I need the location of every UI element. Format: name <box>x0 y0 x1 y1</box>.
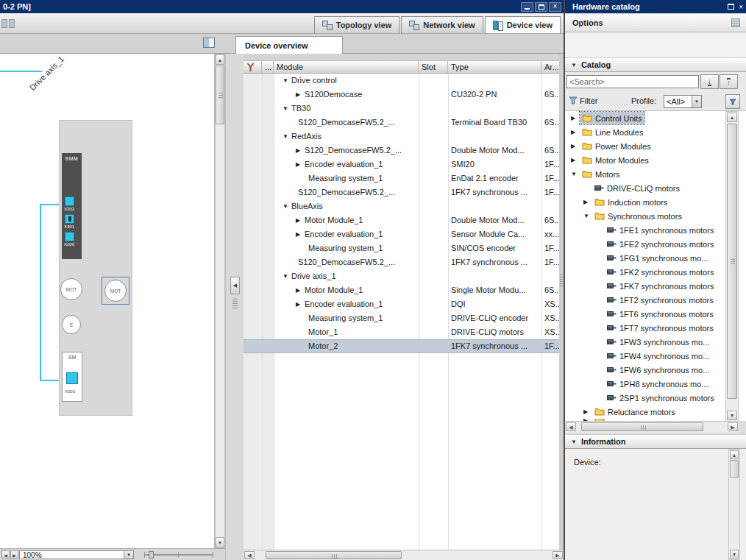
scroll-up-button[interactable]: ▲ <box>730 450 739 459</box>
catalog-vertical-scrollbar[interactable]: ▲ ▼ <box>725 111 739 421</box>
table-row[interactable]: Motor_1 DRIVE-CLiQ motors XS... <box>244 325 559 339</box>
catalog-tree-item[interactable]: Power Modules <box>565 139 725 153</box>
catalog-tree-item[interactable]: 1FG1 synchronous mo... <box>565 251 725 265</box>
options-icon[interactable] <box>731 18 740 27</box>
catalog-tree-item[interactable]: Control Units <box>565 111 725 125</box>
chevron-down-icon[interactable]: ▼ <box>571 439 577 445</box>
expand-arrow[interactable] <box>583 199 592 205</box>
catalog-horizontal-scrollbar[interactable]: ◀ ▶ <box>565 421 739 433</box>
encoder-connector[interactable]: E <box>62 315 81 334</box>
expand-arrow[interactable] <box>283 74 291 88</box>
information-vertical-scrollbar[interactable]: ▲ ▼ <box>728 449 740 560</box>
expand-arrow[interactable] <box>296 227 305 241</box>
port-x200[interactable] <box>65 232 74 241</box>
scrollbar-thumb[interactable] <box>216 65 224 124</box>
view-tab[interactable]: Topology view <box>314 16 400 33</box>
expand-arrow[interactable] <box>296 283 305 297</box>
catalog-tree-item[interactable]: 1FT2 synchronous motors <box>565 293 725 307</box>
catalog-tree-item[interactable]: 1FT7 synchronous motors <box>565 321 725 335</box>
catalog-section-header[interactable]: ▼ Catalog <box>565 57 746 72</box>
catalog-tree-item[interactable]: 1PH8 synchronous mo... <box>565 377 725 391</box>
view-tab[interactable]: Device view <box>485 16 561 33</box>
table-row[interactable]: S120_DemocaseFW5.2_... Terminal Board TB… <box>244 116 559 130</box>
column-header-dots[interactable]: ... <box>262 61 274 73</box>
close-button[interactable]: × <box>549 2 561 12</box>
catalog-tree-item[interactable]: 1FW6 synchronous mo... <box>565 363 725 377</box>
column-header-module[interactable]: Module <box>274 61 419 73</box>
table-row[interactable]: Motor Module_1 Double Motor Mod... 6S... <box>244 213 559 227</box>
view-tab[interactable]: Network view <box>401 16 483 33</box>
table-row[interactable]: S120_DemocaseFW5.2_... Double Motor Mod.… <box>244 143 559 157</box>
table-row[interactable]: Encoder evaluation_1 SMI20 1F... <box>244 157 559 171</box>
catalog-tree-item[interactable]: 1FT6 synchronous motors <box>565 307 725 321</box>
column-header-article[interactable]: Ar... <box>541 61 559 73</box>
toolbar-icon[interactable] <box>1 19 7 28</box>
float-panel-icon[interactable] <box>728 4 734 10</box>
scrollbar-thumb[interactable] <box>730 460 739 478</box>
port-x500[interactable] <box>66 372 78 384</box>
catalog-tree-item[interactable]: 1FE1 synchronous motors <box>565 223 725 237</box>
scroll-left-button[interactable]: ◀ <box>566 422 576 431</box>
catalog-tree-item[interactable]: Induction motors <box>565 195 725 209</box>
motor-connector-2[interactable]: MOT <box>104 280 127 302</box>
chevron-down-icon[interactable]: ▼ <box>692 96 701 107</box>
zoom-select[interactable]: 100% ▼ <box>19 550 134 559</box>
expand-arrow[interactable] <box>296 213 305 227</box>
scroll-right-button[interactable]: ▶ <box>728 422 738 431</box>
expand-arrow[interactable] <box>296 88 305 102</box>
information-section-header[interactable]: ▼ Information <box>565 434 746 449</box>
table-row[interactable]: Measuring system_1 SIN/COS encoder 1F... <box>244 241 559 255</box>
expand-arrow[interactable] <box>583 213 592 219</box>
expand-arrow[interactable] <box>296 143 305 157</box>
splitter-grip[interactable] <box>232 299 238 309</box>
port-x201[interactable] <box>65 214 74 224</box>
scrollbar-thumb[interactable] <box>266 551 402 559</box>
catalog-tree-item[interactable]: 1FW4 synchronous mo... <box>565 349 725 363</box>
window-titlebar[interactable]: 0-2 PN] × <box>0 0 564 13</box>
scroll-up-button[interactable]: ▲ <box>727 113 737 122</box>
catalog-tree-item[interactable]: Motors <box>565 167 725 181</box>
tab-device-overview[interactable]: Device overview <box>235 36 343 54</box>
chevron-down-icon[interactable]: ▼ <box>124 551 133 559</box>
table-row[interactable]: S120_DemocaseFW5.2_... 1FK7 synchronous … <box>244 255 559 269</box>
options-bar[interactable]: Options <box>565 14 746 32</box>
minimize-button[interactable] <box>521 2 533 12</box>
catalog-tree-item[interactable]: Reluctance motors <box>565 405 725 419</box>
table-row[interactable]: RedAxis <box>244 130 559 143</box>
expand-arrow[interactable] <box>296 297 305 311</box>
catalog-tree-item[interactable]: 1FW3 synchronous mo... <box>565 335 725 349</box>
maximize-button[interactable] <box>535 2 547 12</box>
hardware-catalog-titlebar[interactable]: Hardware catalog × <box>565 0 746 13</box>
expand-arrow[interactable] <box>571 115 580 121</box>
column-header-status[interactable] <box>244 61 262 73</box>
scroll-left-button[interactable]: ◀ <box>1 550 10 559</box>
search-input[interactable] <box>566 75 699 88</box>
find-next-button[interactable]: ↓ <box>700 74 719 89</box>
expand-arrow[interactable] <box>571 129 580 135</box>
table-row[interactable]: TB30 <box>244 102 559 116</box>
scroll-up-button[interactable]: ▲ <box>216 54 224 65</box>
catalog-tree-item[interactable]: 2SP1 synchronous motors <box>565 391 725 405</box>
catalog-tree-item[interactable]: Line Modules <box>565 125 725 139</box>
catalog-tree-item[interactable]: Motor Modules <box>565 153 725 167</box>
toolbar-icon[interactable] <box>9 19 15 28</box>
table-row[interactable]: Measuring system_1 DRIVE-CLiQ encoder XS… <box>244 311 559 325</box>
expand-arrow[interactable] <box>283 199 291 213</box>
close-panel-icon[interactable]: × <box>739 3 743 11</box>
scroll-down-button[interactable]: ▼ <box>730 550 739 559</box>
zoom-slider-track[interactable] <box>144 554 213 556</box>
pane-splitter[interactable]: ◀ <box>225 54 244 560</box>
table-horizontal-scrollbar[interactable]: ◀ ▶ <box>244 550 564 560</box>
collapse-pane-button[interactable]: ◀ <box>230 277 240 294</box>
port-x202[interactable] <box>65 196 74 206</box>
table-row[interactable]: Motor_2 1FK7 synchronous ... 1F... <box>244 339 559 353</box>
scroll-down-button[interactable]: ▼ <box>216 537 224 547</box>
scroll-down-button[interactable]: ▼ <box>727 411 737 420</box>
table-row[interactable]: Motor Module_1 Single Motor Modu... 6S..… <box>244 283 559 297</box>
scroll-right-button[interactable]: ▶ <box>553 551 563 559</box>
filter-label[interactable]: Filter <box>580 96 597 105</box>
catalog-tree-item[interactable]: 1FE2 synchronous motors <box>565 237 725 251</box>
catalog-tree-item[interactable]: Synchronous motors <box>565 209 725 223</box>
table-row[interactable]: S120_DemocaseFW5.2_... 1FK7 synchronous … <box>244 185 559 199</box>
catalog-tree-item[interactable]: 1FK7 synchronous motors <box>565 279 725 293</box>
